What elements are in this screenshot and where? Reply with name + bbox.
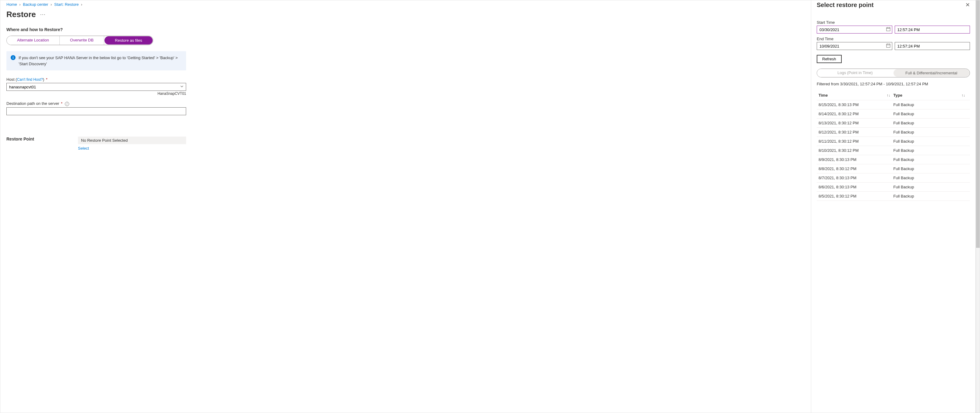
pill-restore-as-files[interactable]: Restore as files <box>105 36 153 45</box>
cell-type: Full Backup <box>894 102 969 107</box>
info-icon: i <box>11 55 16 60</box>
table-row[interactable]: 8/6/2021, 8:30:13 PMFull Backup <box>817 183 970 192</box>
main-panel: Home › Backup center › Start: Restore › … <box>0 0 811 413</box>
cell-type: Full Backup <box>894 194 969 198</box>
col-header-time[interactable]: Time <box>819 93 828 97</box>
breadcrumb-home[interactable]: Home <box>6 2 17 7</box>
start-time-label: Start Time <box>817 20 970 25</box>
table-row[interactable]: 8/8/2021, 8:30:12 PMFull Backup <box>817 164 970 174</box>
breadcrumb-start-restore[interactable]: Start: Restore <box>54 2 79 7</box>
cell-time: 8/14/2021, 8:30:12 PM <box>819 112 894 116</box>
end-time-input[interactable] <box>895 42 970 50</box>
chevron-right-icon: › <box>19 2 21 7</box>
start-time-input[interactable] <box>895 26 970 33</box>
cell-type: Full Backup <box>894 121 969 125</box>
cell-time: 8/6/2021, 8:30:13 PM <box>819 185 894 189</box>
cell-time: 8/9/2021, 8:30:13 PM <box>819 157 894 162</box>
col-header-type[interactable]: Type <box>894 93 902 97</box>
toggle-full-diff[interactable]: Full & Differential/Incremental <box>894 69 970 77</box>
cell-type: Full Backup <box>894 157 969 162</box>
table-row[interactable]: 8/5/2021, 8:30:12 PMFull Backup <box>817 192 970 201</box>
panel-title: Select restore point <box>817 2 874 8</box>
restore-point-label: Restore Point <box>6 137 78 142</box>
toggle-logs[interactable]: Logs (Point in Time) <box>817 69 893 77</box>
start-date-input[interactable] <box>817 26 892 33</box>
table-row[interactable]: 8/7/2021, 8:30:13 PMFull Backup <box>817 174 970 183</box>
table-row[interactable]: 8/9/2021, 8:30:13 PMFull Backup <box>817 155 970 164</box>
info-text: If you don't see your SAP HANA Server in… <box>19 55 182 67</box>
close-icon[interactable]: ✕ <box>966 2 970 8</box>
cell-type: Full Backup <box>894 112 969 116</box>
table-row[interactable]: 8/14/2021, 8:30:12 PMFull Backup <box>817 109 970 118</box>
cell-type: Full Backup <box>894 148 969 153</box>
chevron-right-icon: › <box>81 2 82 7</box>
section-heading: Where and how to Restore? <box>6 27 805 32</box>
host-helper: HanaSnapCVT01 <box>6 91 186 96</box>
table-row[interactable]: 8/13/2021, 8:30:12 PMFull Backup <box>817 118 970 128</box>
info-icon[interactable]: i <box>65 102 69 106</box>
cant-find-host-link[interactable]: Can't find Host? <box>17 77 43 82</box>
table-row[interactable]: 8/10/2021, 8:30:12 PMFull Backup <box>817 146 970 155</box>
cell-time: 8/11/2021, 8:30:12 PM <box>819 139 894 144</box>
pill-overwrite-db[interactable]: Overwrite DB <box>60 36 104 45</box>
cell-time: 8/12/2021, 8:30:12 PM <box>819 130 894 134</box>
cell-time: 8/8/2021, 8:30:12 PM <box>819 166 894 171</box>
scrollbar[interactable] <box>976 0 980 413</box>
cell-type: Full Backup <box>894 139 969 144</box>
refresh-button[interactable]: Refresh <box>817 55 842 63</box>
chevron-right-icon: › <box>51 2 52 7</box>
cell-time: 8/15/2021, 8:30:13 PM <box>819 102 894 107</box>
sort-icon[interactable]: ↑↓ <box>961 93 968 97</box>
breadcrumb-backup-center[interactable]: Backup center <box>23 2 48 7</box>
pill-alternate-location[interactable]: Alternate Location <box>7 36 60 45</box>
table-row[interactable]: 8/12/2021, 8:30:12 PMFull Backup <box>817 128 970 137</box>
filter-summary: Filtered from 3/30/2021, 12:57:24 PM - 1… <box>817 82 970 86</box>
cell-time: 8/7/2021, 8:30:13 PM <box>819 175 894 180</box>
page-title: Restore <box>6 10 36 19</box>
more-icon[interactable]: ··· <box>40 11 46 18</box>
select-restore-point-panel: Select restore point ✕ Start Time End Ti… <box>811 0 976 413</box>
host-label: Host (Can't find Host?) * <box>6 77 805 82</box>
required-icon: * <box>46 77 48 82</box>
end-time-label: End Time <box>817 37 970 41</box>
restore-point-select-link[interactable]: Select <box>78 146 89 151</box>
dest-path-input[interactable] <box>6 107 186 115</box>
cell-type: Full Backup <box>894 130 969 134</box>
restore-point-value: No Restore Point Selected <box>78 137 186 144</box>
restore-mode-pills: Alternate Location Overwrite DB Restore … <box>6 36 153 45</box>
scrollbar-thumb[interactable] <box>976 0 980 248</box>
host-select[interactable] <box>6 83 186 91</box>
cell-time: 8/13/2021, 8:30:12 PM <box>819 121 894 125</box>
cell-type: Full Backup <box>894 175 969 180</box>
cell-type: Full Backup <box>894 185 969 189</box>
table-row[interactable]: 8/15/2021, 8:30:13 PMFull Backup <box>817 100 970 109</box>
restore-points-table: Time ↑↓ Type ↑↓ 8/15/2021, 8:30:13 PMFul… <box>817 91 970 201</box>
required-icon: * <box>61 101 62 106</box>
info-box: i If you don't see your SAP HANA Server … <box>6 51 186 70</box>
cell-time: 8/5/2021, 8:30:12 PM <box>819 194 894 198</box>
sort-icon[interactable]: ↑↓ <box>887 93 894 97</box>
restore-type-toggle: Logs (Point in Time) Full & Differential… <box>817 69 970 77</box>
dest-path-label: Destination path on the server * i <box>6 101 805 106</box>
cell-time: 8/10/2021, 8:30:12 PM <box>819 148 894 153</box>
cell-type: Full Backup <box>894 166 969 171</box>
table-row[interactable]: 8/11/2021, 8:30:12 PMFull Backup <box>817 137 970 146</box>
breadcrumb: Home › Backup center › Start: Restore › <box>6 2 805 10</box>
end-date-input[interactable] <box>817 42 892 50</box>
